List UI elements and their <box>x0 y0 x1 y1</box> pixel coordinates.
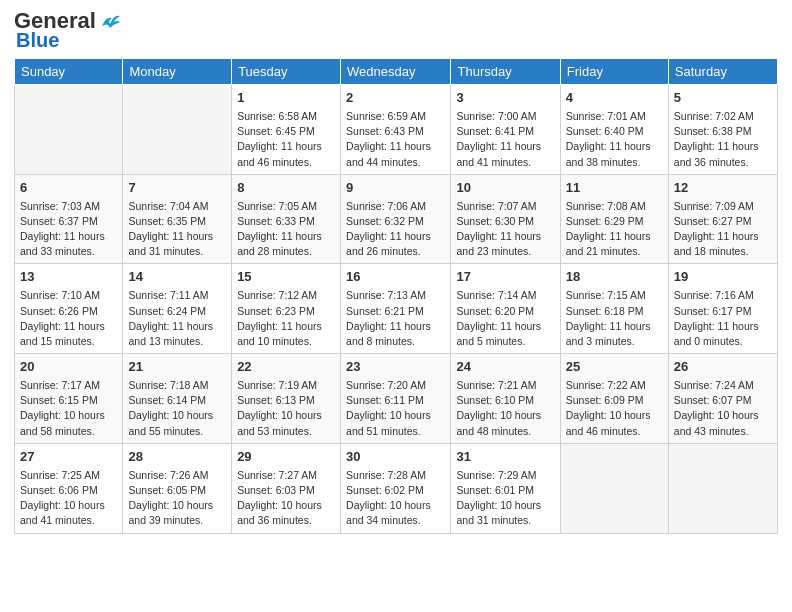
weekday-header-thursday: Thursday <box>451 59 560 85</box>
day-info: Sunrise: 7:13 AMSunset: 6:21 PMDaylight:… <box>346 289 431 347</box>
weekday-header-sunday: Sunday <box>15 59 123 85</box>
day-number: 9 <box>346 179 445 198</box>
day-info: Sunrise: 7:01 AMSunset: 6:40 PMDaylight:… <box>566 110 651 168</box>
week-row-3: 13Sunrise: 7:10 AMSunset: 6:26 PMDayligh… <box>15 264 778 354</box>
day-number: 26 <box>674 358 772 377</box>
day-number: 23 <box>346 358 445 377</box>
day-info: Sunrise: 7:17 AMSunset: 6:15 PMDaylight:… <box>20 379 105 437</box>
cal-cell: 28Sunrise: 7:26 AMSunset: 6:05 PMDayligh… <box>123 443 232 533</box>
cal-cell: 25Sunrise: 7:22 AMSunset: 6:09 PMDayligh… <box>560 354 668 444</box>
day-number: 27 <box>20 448 117 467</box>
day-number: 8 <box>237 179 335 198</box>
cal-cell: 1Sunrise: 6:58 AMSunset: 6:45 PMDaylight… <box>232 85 341 175</box>
cal-cell <box>560 443 668 533</box>
weekday-header-tuesday: Tuesday <box>232 59 341 85</box>
cal-cell: 11Sunrise: 7:08 AMSunset: 6:29 PMDayligh… <box>560 174 668 264</box>
cal-cell: 31Sunrise: 7:29 AMSunset: 6:01 PMDayligh… <box>451 443 560 533</box>
day-number: 12 <box>674 179 772 198</box>
cal-cell: 22Sunrise: 7:19 AMSunset: 6:13 PMDayligh… <box>232 354 341 444</box>
cal-cell: 2Sunrise: 6:59 AMSunset: 6:43 PMDaylight… <box>341 85 451 175</box>
week-row-5: 27Sunrise: 7:25 AMSunset: 6:06 PMDayligh… <box>15 443 778 533</box>
day-number: 4 <box>566 89 663 108</box>
day-number: 21 <box>128 358 226 377</box>
day-info: Sunrise: 7:09 AMSunset: 6:27 PMDaylight:… <box>674 200 759 258</box>
day-number: 29 <box>237 448 335 467</box>
cal-cell: 27Sunrise: 7:25 AMSunset: 6:06 PMDayligh… <box>15 443 123 533</box>
day-number: 6 <box>20 179 117 198</box>
day-info: Sunrise: 7:10 AMSunset: 6:26 PMDaylight:… <box>20 289 105 347</box>
day-number: 1 <box>237 89 335 108</box>
day-info: Sunrise: 7:08 AMSunset: 6:29 PMDaylight:… <box>566 200 651 258</box>
day-info: Sunrise: 6:58 AMSunset: 6:45 PMDaylight:… <box>237 110 322 168</box>
day-number: 5 <box>674 89 772 108</box>
day-info: Sunrise: 7:20 AMSunset: 6:11 PMDaylight:… <box>346 379 431 437</box>
day-number: 19 <box>674 268 772 287</box>
day-number: 13 <box>20 268 117 287</box>
day-number: 20 <box>20 358 117 377</box>
day-info: Sunrise: 7:27 AMSunset: 6:03 PMDaylight:… <box>237 469 322 527</box>
day-number: 25 <box>566 358 663 377</box>
day-info: Sunrise: 7:11 AMSunset: 6:24 PMDaylight:… <box>128 289 213 347</box>
week-row-2: 6Sunrise: 7:03 AMSunset: 6:37 PMDaylight… <box>15 174 778 264</box>
day-number: 28 <box>128 448 226 467</box>
cal-cell: 30Sunrise: 7:28 AMSunset: 6:02 PMDayligh… <box>341 443 451 533</box>
day-info: Sunrise: 7:22 AMSunset: 6:09 PMDaylight:… <box>566 379 651 437</box>
day-info: Sunrise: 7:25 AMSunset: 6:06 PMDaylight:… <box>20 469 105 527</box>
day-number: 31 <box>456 448 554 467</box>
day-number: 15 <box>237 268 335 287</box>
day-info: Sunrise: 7:02 AMSunset: 6:38 PMDaylight:… <box>674 110 759 168</box>
cal-cell: 6Sunrise: 7:03 AMSunset: 6:37 PMDaylight… <box>15 174 123 264</box>
cal-cell: 7Sunrise: 7:04 AMSunset: 6:35 PMDaylight… <box>123 174 232 264</box>
cal-cell: 10Sunrise: 7:07 AMSunset: 6:30 PMDayligh… <box>451 174 560 264</box>
day-number: 18 <box>566 268 663 287</box>
weekday-header-friday: Friday <box>560 59 668 85</box>
cal-cell: 19Sunrise: 7:16 AMSunset: 6:17 PMDayligh… <box>668 264 777 354</box>
day-info: Sunrise: 6:59 AMSunset: 6:43 PMDaylight:… <box>346 110 431 168</box>
cal-cell: 13Sunrise: 7:10 AMSunset: 6:26 PMDayligh… <box>15 264 123 354</box>
cal-cell <box>15 85 123 175</box>
day-info: Sunrise: 7:04 AMSunset: 6:35 PMDaylight:… <box>128 200 213 258</box>
weekday-header-saturday: Saturday <box>668 59 777 85</box>
cal-cell: 24Sunrise: 7:21 AMSunset: 6:10 PMDayligh… <box>451 354 560 444</box>
cal-cell: 16Sunrise: 7:13 AMSunset: 6:21 PMDayligh… <box>341 264 451 354</box>
cal-cell: 14Sunrise: 7:11 AMSunset: 6:24 PMDayligh… <box>123 264 232 354</box>
week-row-4: 20Sunrise: 7:17 AMSunset: 6:15 PMDayligh… <box>15 354 778 444</box>
cal-cell: 3Sunrise: 7:00 AMSunset: 6:41 PMDaylight… <box>451 85 560 175</box>
day-number: 16 <box>346 268 445 287</box>
day-info: Sunrise: 7:19 AMSunset: 6:13 PMDaylight:… <box>237 379 322 437</box>
day-number: 17 <box>456 268 554 287</box>
day-info: Sunrise: 7:06 AMSunset: 6:32 PMDaylight:… <box>346 200 431 258</box>
cal-cell: 15Sunrise: 7:12 AMSunset: 6:23 PMDayligh… <box>232 264 341 354</box>
cal-cell <box>668 443 777 533</box>
weekday-header-row: SundayMondayTuesdayWednesdayThursdayFrid… <box>15 59 778 85</box>
weekday-header-wednesday: Wednesday <box>341 59 451 85</box>
cal-cell: 5Sunrise: 7:02 AMSunset: 6:38 PMDaylight… <box>668 85 777 175</box>
logo-blue-text: Blue <box>16 30 59 50</box>
day-number: 10 <box>456 179 554 198</box>
day-info: Sunrise: 7:12 AMSunset: 6:23 PMDaylight:… <box>237 289 322 347</box>
day-info: Sunrise: 7:03 AMSunset: 6:37 PMDaylight:… <box>20 200 105 258</box>
day-number: 22 <box>237 358 335 377</box>
cal-cell: 4Sunrise: 7:01 AMSunset: 6:40 PMDaylight… <box>560 85 668 175</box>
cal-cell: 9Sunrise: 7:06 AMSunset: 6:32 PMDaylight… <box>341 174 451 264</box>
page: General Blue SundayMondayTuesdayWednesda… <box>0 0 792 612</box>
day-info: Sunrise: 7:28 AMSunset: 6:02 PMDaylight:… <box>346 469 431 527</box>
cal-cell: 18Sunrise: 7:15 AMSunset: 6:18 PMDayligh… <box>560 264 668 354</box>
day-info: Sunrise: 7:26 AMSunset: 6:05 PMDaylight:… <box>128 469 213 527</box>
day-info: Sunrise: 7:24 AMSunset: 6:07 PMDaylight:… <box>674 379 759 437</box>
day-number: 30 <box>346 448 445 467</box>
cal-cell: 29Sunrise: 7:27 AMSunset: 6:03 PMDayligh… <box>232 443 341 533</box>
calendar-table: SundayMondayTuesdayWednesdayThursdayFrid… <box>14 58 778 534</box>
cal-cell: 17Sunrise: 7:14 AMSunset: 6:20 PMDayligh… <box>451 264 560 354</box>
day-info: Sunrise: 7:05 AMSunset: 6:33 PMDaylight:… <box>237 200 322 258</box>
cal-cell: 23Sunrise: 7:20 AMSunset: 6:11 PMDayligh… <box>341 354 451 444</box>
cal-cell: 21Sunrise: 7:18 AMSunset: 6:14 PMDayligh… <box>123 354 232 444</box>
header: General Blue <box>14 10 778 50</box>
cal-cell <box>123 85 232 175</box>
day-number: 3 <box>456 89 554 108</box>
cal-cell: 20Sunrise: 7:17 AMSunset: 6:15 PMDayligh… <box>15 354 123 444</box>
day-info: Sunrise: 7:07 AMSunset: 6:30 PMDaylight:… <box>456 200 541 258</box>
day-info: Sunrise: 7:21 AMSunset: 6:10 PMDaylight:… <box>456 379 541 437</box>
week-row-1: 1Sunrise: 6:58 AMSunset: 6:45 PMDaylight… <box>15 85 778 175</box>
day-info: Sunrise: 7:29 AMSunset: 6:01 PMDaylight:… <box>456 469 541 527</box>
